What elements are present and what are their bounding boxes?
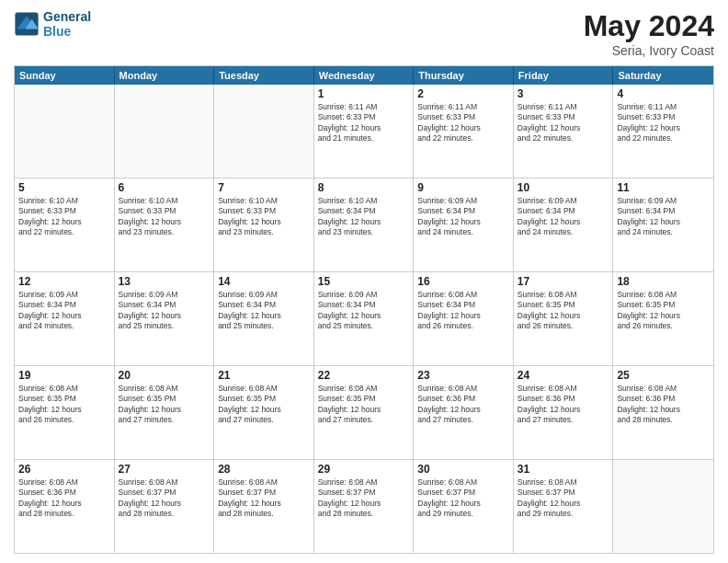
cell-info: Sunrise: 6:08 AM Sunset: 6:36 PM Dayligh…	[518, 384, 609, 426]
calendar-row-1: 1Sunrise: 6:11 AM Sunset: 6:33 PM Daylig…	[15, 85, 713, 178]
calendar-cell: 21Sunrise: 6:08 AM Sunset: 6:35 PM Dayli…	[214, 366, 314, 459]
calendar-cell: 5Sunrise: 6:10 AM Sunset: 6:33 PM Daylig…	[15, 178, 115, 271]
cell-info: Sunrise: 6:08 AM Sunset: 6:35 PM Dayligh…	[119, 384, 210, 426]
title-block: May 2024 Seria, Ivory Coast	[584, 9, 714, 58]
day-number: 10	[518, 181, 609, 194]
day-number: 6	[119, 181, 210, 194]
calendar: SundayMondayTuesdayWednesdayThursdayFrid…	[14, 65, 714, 554]
calendar-cell: 24Sunrise: 6:08 AM Sunset: 6:36 PM Dayli…	[514, 366, 614, 459]
day-number: 22	[318, 369, 410, 382]
calendar-cell: 4Sunrise: 6:11 AM Sunset: 6:33 PM Daylig…	[613, 85, 713, 178]
calendar-cell: 26Sunrise: 6:08 AM Sunset: 6:36 PM Dayli…	[15, 460, 115, 553]
cell-info: Sunrise: 6:10 AM Sunset: 6:33 PM Dayligh…	[218, 196, 310, 238]
calendar-row-4: 19Sunrise: 6:08 AM Sunset: 6:35 PM Dayli…	[15, 365, 713, 459]
cell-info: Sunrise: 6:11 AM Sunset: 6:33 PM Dayligh…	[318, 102, 410, 144]
calendar-cell: 18Sunrise: 6:08 AM Sunset: 6:35 PM Dayli…	[613, 272, 713, 365]
calendar-row-5: 26Sunrise: 6:08 AM Sunset: 6:36 PM Dayli…	[15, 459, 713, 553]
day-number: 23	[417, 369, 509, 382]
cell-info: Sunrise: 6:11 AM Sunset: 6:33 PM Dayligh…	[417, 102, 509, 144]
day-number: 29	[318, 463, 410, 476]
calendar-cell: 22Sunrise: 6:08 AM Sunset: 6:35 PM Dayli…	[314, 366, 415, 459]
cell-info: Sunrise: 6:11 AM Sunset: 6:33 PM Dayligh…	[518, 102, 609, 144]
calendar-cell: 2Sunrise: 6:11 AM Sunset: 6:33 PM Daylig…	[414, 85, 514, 178]
calendar-header: SundayMondayTuesdayWednesdayThursdayFrid…	[15, 66, 713, 85]
day-number: 9	[417, 181, 509, 194]
calendar-body: 1Sunrise: 6:11 AM Sunset: 6:33 PM Daylig…	[15, 85, 713, 553]
header-day-saturday: Saturday	[613, 66, 713, 85]
day-number: 21	[218, 369, 310, 382]
day-number: 28	[218, 463, 310, 476]
calendar-cell: 27Sunrise: 6:08 AM Sunset: 6:37 PM Dayli…	[115, 460, 215, 553]
day-number: 3	[518, 87, 609, 100]
cell-info: Sunrise: 6:08 AM Sunset: 6:35 PM Dayligh…	[218, 384, 310, 426]
calendar-cell	[214, 85, 314, 178]
calendar-row-3: 12Sunrise: 6:09 AM Sunset: 6:34 PM Dayli…	[15, 271, 713, 365]
day-number: 11	[617, 181, 710, 194]
header-day-monday: Monday	[115, 66, 215, 85]
day-number: 8	[318, 181, 410, 194]
logo-icon	[14, 11, 40, 37]
calendar-cell: 12Sunrise: 6:09 AM Sunset: 6:34 PM Dayli…	[15, 272, 115, 365]
cell-info: Sunrise: 6:10 AM Sunset: 6:33 PM Dayligh…	[119, 196, 210, 238]
calendar-cell: 15Sunrise: 6:09 AM Sunset: 6:34 PM Dayli…	[314, 272, 415, 365]
cell-info: Sunrise: 6:08 AM Sunset: 6:35 PM Dayligh…	[617, 290, 710, 332]
header-day-thursday: Thursday	[414, 66, 514, 85]
day-number: 4	[617, 87, 710, 100]
header-day-friday: Friday	[514, 66, 614, 85]
header: General Blue May 2024 Seria, Ivory Coast	[14, 9, 714, 58]
cell-info: Sunrise: 6:08 AM Sunset: 6:37 PM Dayligh…	[417, 477, 509, 520]
cell-info: Sunrise: 6:08 AM Sunset: 6:37 PM Dayligh…	[218, 477, 310, 520]
cell-info: Sunrise: 6:09 AM Sunset: 6:34 PM Dayligh…	[218, 290, 310, 332]
calendar-cell	[613, 460, 713, 553]
calendar-cell: 17Sunrise: 6:08 AM Sunset: 6:35 PM Dayli…	[514, 272, 614, 365]
cell-info: Sunrise: 6:08 AM Sunset: 6:37 PM Dayligh…	[119, 477, 210, 520]
day-number: 5	[18, 181, 110, 194]
day-number: 12	[18, 275, 110, 288]
calendar-cell: 29Sunrise: 6:08 AM Sunset: 6:37 PM Dayli…	[314, 460, 415, 553]
calendar-cell	[15, 85, 115, 178]
page: General Blue May 2024 Seria, Ivory Coast…	[0, 0, 728, 563]
calendar-cell: 3Sunrise: 6:11 AM Sunset: 6:33 PM Daylig…	[514, 85, 614, 178]
cell-info: Sunrise: 6:11 AM Sunset: 6:33 PM Dayligh…	[617, 102, 710, 144]
calendar-cell: 14Sunrise: 6:09 AM Sunset: 6:34 PM Dayli…	[214, 272, 314, 365]
calendar-cell: 8Sunrise: 6:10 AM Sunset: 6:34 PM Daylig…	[314, 178, 415, 271]
calendar-cell: 11Sunrise: 6:09 AM Sunset: 6:34 PM Dayli…	[613, 178, 713, 271]
cell-info: Sunrise: 6:09 AM Sunset: 6:34 PM Dayligh…	[518, 196, 609, 238]
day-number: 25	[617, 369, 710, 382]
cell-info: Sunrise: 6:09 AM Sunset: 6:34 PM Dayligh…	[417, 196, 509, 238]
header-day-wednesday: Wednesday	[314, 66, 415, 85]
cell-info: Sunrise: 6:08 AM Sunset: 6:35 PM Dayligh…	[18, 384, 110, 426]
day-number: 2	[417, 87, 509, 100]
day-number: 20	[119, 369, 210, 382]
calendar-row-2: 5Sunrise: 6:10 AM Sunset: 6:33 PM Daylig…	[15, 178, 713, 271]
calendar-cell: 7Sunrise: 6:10 AM Sunset: 6:33 PM Daylig…	[214, 178, 314, 271]
calendar-cell: 13Sunrise: 6:09 AM Sunset: 6:34 PM Dayli…	[115, 272, 215, 365]
calendar-cell	[115, 85, 215, 178]
subtitle: Seria, Ivory Coast	[584, 43, 714, 58]
cell-info: Sunrise: 6:08 AM Sunset: 6:35 PM Dayligh…	[318, 384, 410, 426]
logo: General Blue	[14, 9, 91, 39]
cell-info: Sunrise: 6:09 AM Sunset: 6:34 PM Dayligh…	[18, 290, 110, 332]
day-number: 27	[119, 463, 210, 476]
day-number: 1	[318, 87, 410, 100]
calendar-cell: 9Sunrise: 6:09 AM Sunset: 6:34 PM Daylig…	[414, 178, 514, 271]
cell-info: Sunrise: 6:09 AM Sunset: 6:34 PM Dayligh…	[617, 196, 710, 238]
cell-info: Sunrise: 6:08 AM Sunset: 6:37 PM Dayligh…	[318, 477, 410, 520]
day-number: 18	[617, 275, 710, 288]
day-number: 13	[119, 275, 210, 288]
cell-info: Sunrise: 6:08 AM Sunset: 6:35 PM Dayligh…	[518, 290, 609, 332]
day-number: 26	[18, 463, 110, 476]
cell-info: Sunrise: 6:10 AM Sunset: 6:33 PM Dayligh…	[18, 196, 110, 238]
header-day-sunday: Sunday	[15, 66, 115, 85]
day-number: 17	[518, 275, 609, 288]
calendar-cell: 16Sunrise: 6:08 AM Sunset: 6:34 PM Dayli…	[414, 272, 514, 365]
calendar-cell: 31Sunrise: 6:08 AM Sunset: 6:37 PM Dayli…	[514, 460, 614, 553]
calendar-cell: 10Sunrise: 6:09 AM Sunset: 6:34 PM Dayli…	[514, 178, 614, 271]
calendar-cell: 23Sunrise: 6:08 AM Sunset: 6:36 PM Dayli…	[414, 366, 514, 459]
cell-info: Sunrise: 6:09 AM Sunset: 6:34 PM Dayligh…	[318, 290, 410, 332]
day-number: 19	[18, 369, 110, 382]
cell-info: Sunrise: 6:08 AM Sunset: 6:34 PM Dayligh…	[417, 290, 509, 332]
cell-info: Sunrise: 6:10 AM Sunset: 6:34 PM Dayligh…	[318, 196, 410, 238]
calendar-cell: 20Sunrise: 6:08 AM Sunset: 6:35 PM Dayli…	[115, 366, 215, 459]
cell-info: Sunrise: 6:08 AM Sunset: 6:36 PM Dayligh…	[417, 384, 509, 426]
